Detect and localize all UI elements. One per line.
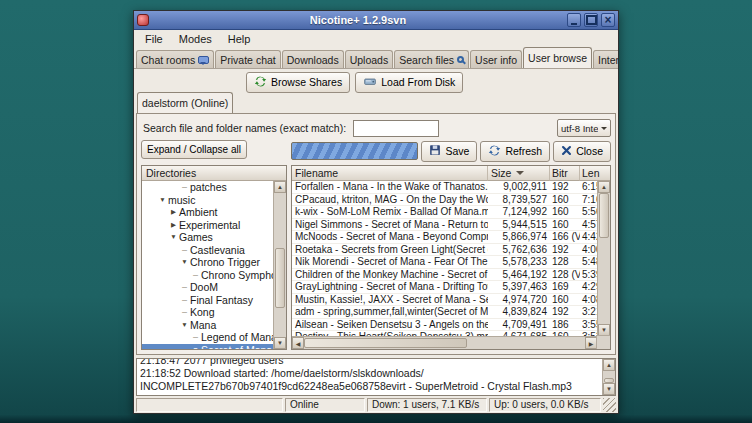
tab-label: User info: [475, 54, 517, 66]
scroll-thumb[interactable]: [275, 248, 285, 308]
tab-user-info[interactable]: User info: [470, 50, 522, 68]
file-name-cell: adm - spring,summer,fall,winter(Secret o…: [292, 306, 488, 318]
resize-grip[interactable]: [603, 398, 616, 412]
tree-item-music[interactable]: ▼music: [142, 194, 273, 207]
tree-item-doom[interactable]: –DooM: [142, 281, 273, 294]
tree-expander-icon[interactable]: ▼: [168, 231, 179, 243]
column-header-bitrate[interactable]: Bitr: [550, 166, 580, 181]
scroll-thumb[interactable]: [599, 193, 609, 238]
tree-expander-icon[interactable]: ▶: [168, 219, 179, 231]
chat-icon: [198, 56, 209, 64]
scroll-left-button[interactable]: ◀: [292, 337, 304, 349]
file-row[interactable]: Forfallen - Mana - In the Wake of Thanat…: [292, 181, 597, 194]
tab-private-chat[interactable]: Private chat: [215, 50, 280, 68]
files-vertical-scrollbar[interactable]: ▲▼: [597, 181, 610, 336]
search-input[interactable]: [353, 120, 439, 137]
tab-daelstorm[interactable]: daelstorm (Online): [137, 92, 233, 113]
tree-expander-icon[interactable]: ▼: [190, 344, 201, 349]
scroll-track[interactable]: [304, 337, 585, 349]
tree-item-chrono-symphonic[interactable]: –Chrono Symphonic: [142, 269, 273, 282]
column-header-filename[interactable]: Filename: [292, 166, 488, 181]
scroll-up-button[interactable]: ▲: [603, 359, 615, 371]
scroll-down-button[interactable]: ▼: [274, 337, 286, 349]
tree-expander-icon[interactable]: ▶: [168, 206, 179, 218]
file-row[interactable]: Nik Morendi - Secret of Mana - Fear Of T…: [292, 256, 597, 269]
file-bitrate-cell: 192: [550, 306, 580, 318]
tree-item-label: Secret of Mana: [201, 344, 272, 349]
file-row[interactable]: Mustin, Kassie!, JAXX - Secret of Mana -…: [292, 294, 597, 307]
file-bitrate-cell: 186: [550, 319, 580, 331]
directories-header[interactable]: Directories: [142, 166, 286, 181]
close-tab-button[interactable]: Close: [553, 141, 611, 162]
scroll-thumb[interactable]: [304, 338, 467, 348]
scroll-track[interactable]: [598, 193, 610, 324]
bitrate-header-label: Bitr: [552, 167, 568, 179]
tree-expander-icon[interactable]: ▼: [179, 319, 190, 331]
window-icon: [137, 14, 149, 26]
menu-file[interactable]: File: [137, 32, 171, 46]
tree-expander-icon[interactable]: ▼: [179, 256, 190, 268]
save-button[interactable]: Save: [421, 141, 477, 162]
tab-interests[interactable]: Interests: [593, 50, 618, 68]
scroll-down-button[interactable]: ▼: [603, 383, 615, 395]
file-bitrate-cell: 169: [550, 281, 580, 293]
directories-scrollbar[interactable]: ▲▼: [273, 181, 286, 349]
scroll-track[interactable]: [274, 193, 286, 337]
filename-header-label: Filename: [295, 167, 338, 179]
directories-panel: Directories –patches▼music▶Ambient▶Exper…: [141, 165, 287, 350]
file-row[interactable]: Nigel Simmons - Secret of Mana - Return …: [292, 219, 597, 232]
scroll-down-button[interactable]: ▼: [598, 324, 610, 336]
log-scrollbar[interactable]: ▲▼: [602, 359, 615, 395]
scroll-up-button[interactable]: ▲: [598, 181, 610, 193]
file-row[interactable]: McNoods - Secret of Mana - Beyond Compre…: [292, 231, 597, 244]
tree-expander-icon[interactable]: ▼: [157, 194, 168, 206]
browse-shares-button[interactable]: Browse Shares: [246, 72, 350, 93]
tree-item-legend-of-mana[interactable]: –Legend of Mana: [142, 331, 273, 344]
tab-label: Interests: [598, 54, 618, 66]
menu-modes[interactable]: Modes: [171, 32, 220, 46]
tree-item-mana[interactable]: ▼Mana: [142, 319, 273, 332]
encoding-combo[interactable]: utf-8 Inter: [557, 119, 611, 137]
file-row[interactable]: CPacaud, ktriton, MAG - On the Day the W…: [292, 194, 597, 207]
maximize-button[interactable]: [584, 13, 598, 27]
tab-uploads[interactable]: Uploads: [345, 50, 394, 68]
scroll-thumb[interactable]: [604, 378, 614, 383]
tree-item-patches[interactable]: –patches: [142, 181, 273, 194]
tree-item-final-fantasy[interactable]: –Final Fantasy: [142, 294, 273, 307]
tree-item-castlevania[interactable]: –Castlevania: [142, 244, 273, 257]
tree-item-chrono-trigger[interactable]: ▼Chrono Trigger: [142, 256, 273, 269]
load-from-disk-label: Load From Disk: [381, 76, 455, 88]
length-header-label: Len: [582, 167, 600, 179]
file-row[interactable]: Roetaka - Secrets from Green Light(Secre…: [292, 244, 597, 257]
close-window-button[interactable]: [601, 13, 615, 27]
titlebar[interactable]: Nicotine+ 1.2.9svn: [134, 11, 618, 30]
tree-item-games[interactable]: ▼Games: [142, 231, 273, 244]
tab-user-browse[interactable]: User browse: [523, 47, 592, 68]
tree-item-kong[interactable]: –Kong: [142, 306, 273, 319]
tab-chat-rooms[interactable]: Chat rooms: [136, 50, 214, 68]
load-from-disk-button[interactable]: Load From Disk: [355, 72, 463, 93]
file-table-body: Forfallen - Mana - In the Wake of Thanat…: [292, 181, 597, 336]
file-row[interactable]: GrayLightning - Secret of Mana - Driftin…: [292, 281, 597, 294]
minimize-button[interactable]: [567, 13, 581, 27]
file-row[interactable]: Ailsean - Seiken Densetsu 3 - Angels on …: [292, 319, 597, 332]
file-row[interactable]: adm - spring,summer,fall,winter(Secret o…: [292, 306, 597, 319]
tab-search-files[interactable]: Search files: [394, 50, 469, 68]
tree-item-ambient[interactable]: ▶Ambient: [142, 206, 273, 219]
scroll-right-button[interactable]: ▶: [585, 337, 597, 349]
file-name-cell: Nik Morendi - Secret of Mana - Fear Of T…: [292, 256, 488, 268]
statusbar: Online Down: 1 users, 7.1 KB/s Up: 0 use…: [134, 397, 618, 413]
tab-downloads[interactable]: Downloads: [282, 50, 344, 68]
scroll-up-button[interactable]: ▲: [274, 181, 286, 193]
column-header-length[interactable]: Len: [580, 166, 610, 181]
menu-help[interactable]: Help: [220, 32, 259, 46]
file-row[interactable]: Children of the Monkey Machine - Secret …: [292, 269, 597, 282]
expand-collapse-button[interactable]: Expand / Collapse all: [141, 140, 247, 159]
tree-item-experimental[interactable]: ▶Experimental: [142, 219, 273, 232]
tree-item-secret-of-mana[interactable]: ▼Secret of Mana: [142, 344, 273, 350]
column-header-size[interactable]: Size: [488, 166, 550, 181]
file-row[interactable]: k-wix - SoM-LoM Remix - Ballad Of Mana.m…: [292, 206, 597, 219]
refresh-button[interactable]: Refresh: [480, 141, 550, 162]
files-horizontal-scrollbar[interactable]: ◀▶: [292, 336, 597, 349]
scroll-track[interactable]: [603, 371, 615, 383]
